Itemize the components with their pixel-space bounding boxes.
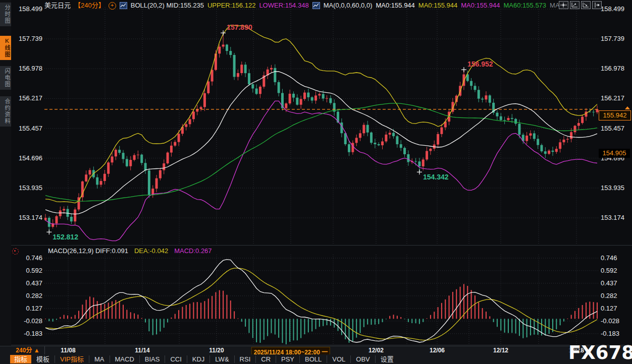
price-annotation-label: 154.342 — [423, 173, 449, 181]
main-y-label-left: 157.739 — [13, 35, 42, 42]
toolbar-item[interactable]: VOL — [327, 355, 351, 363]
candles — [44, 33, 599, 232]
macd-y-label-left: 0.437 — [13, 279, 42, 287]
current-price-box: 155.942 — [599, 110, 631, 120]
legend-text: 美元日元 — [44, 2, 71, 10]
chart-header-legend: 美元日元【240分】+BOLL(20,2) MID:155.235UPPER:1… — [44, 2, 565, 10]
price-annotation-label: 152.812 — [52, 233, 78, 241]
price-annotation-label: 157.890 — [227, 23, 252, 31]
main-y-label-left: 155.457 — [13, 125, 42, 132]
mini-chart-icon[interactable] — [312, 2, 320, 9]
x-tick: 11/14 — [135, 347, 149, 354]
macd-y-label-right: 0.437 — [601, 279, 630, 287]
mini-chart-icon[interactable] — [120, 2, 127, 9]
price-chart-canvas[interactable]: 157.890156.952154.342152.812 — [0, 0, 632, 364]
legend-text: MA0:155.944 — [461, 2, 500, 10]
toolbar-item[interactable]: CR — [256, 355, 276, 363]
chart-tools — [559, 1, 602, 9]
main-y-label-left: 156.217 — [13, 94, 42, 102]
toolbar-item[interactable]: LW& — [210, 355, 234, 363]
pane-divider-bottom — [11, 345, 632, 345]
main-y-label-left: 156.978 — [13, 65, 42, 72]
main-y-label-right: 153.935 — [601, 184, 630, 192]
toolbar-item[interactable]: BIAS — [140, 355, 166, 363]
watermark: FX678 — [568, 342, 632, 363]
pan-right-icon[interactable] — [592, 1, 602, 9]
legend-text: MACD:0.267 — [174, 247, 212, 255]
main-y-label-left: 154.696 — [13, 154, 42, 162]
macd-y-label-left: 0.746 — [13, 254, 42, 262]
macd-plot — [45, 260, 598, 344]
main-y-label-right: 153.174 — [601, 214, 630, 221]
macd-y-label-right: 0.282 — [601, 292, 630, 299]
macd-y-label-right: -0.028 — [601, 317, 630, 325]
macd-y-label-right: 0.592 — [601, 267, 630, 274]
left-sidebar: 分时图K线图闪电图合约资料 — [0, 0, 11, 346]
interval-arrow-icon: ▲ — [34, 347, 40, 354]
toolbar-item[interactable]: KDJ — [187, 355, 210, 363]
x-tick: 12/06 — [430, 347, 445, 354]
x-tick: 12/02 — [368, 347, 384, 354]
sidebar-tab-1[interactable]: K线图 — [0, 36, 11, 60]
sidebar-tab-0[interactable]: 分时图 — [0, 3, 11, 26]
toolbar-item[interactable]: 设置 — [376, 355, 399, 363]
main-y-label-right: 156.978 — [601, 65, 630, 72]
main-y-label-right: 156.217 — [601, 94, 630, 102]
boll-ma-lines — [45, 25, 597, 241]
macd-y-label-left: 0.127 — [13, 305, 42, 312]
legend-text: BOLL(20,2) MID:155.235 — [131, 2, 204, 10]
macd-y-label-right: 0.746 — [601, 254, 630, 262]
legend-text: MA(0,0,0,60,0,0) — [324, 2, 373, 10]
main-y-label-right: 157.739 — [601, 35, 630, 42]
toolbar-item[interactable]: 模板 — [31, 355, 55, 363]
legend-text: 【240分】 — [74, 2, 105, 10]
x-axis-row: 240分 ▲ 11/0811/1411/202025/11/24 18:00~2… — [0, 346, 632, 355]
legend-text: LOWER:154.348 — [259, 2, 308, 10]
toolbar-item[interactable]: MA — [89, 355, 110, 363]
macd-y-label-left: 0.592 — [13, 267, 42, 274]
main-y-label-left: 153.174 — [13, 214, 42, 221]
legend-text: MA0:155.944 — [376, 2, 414, 10]
toolbar-item[interactable]: CCI — [165, 355, 187, 363]
main-y-label-right: 158.499 — [601, 5, 630, 13]
price-up-arrow-icon — [625, 106, 630, 109]
toolbar-item[interactable]: VIP指标 — [55, 355, 89, 363]
price-annotation-label: 156.952 — [467, 60, 493, 68]
zoom-axis-out-icon[interactable] — [581, 1, 591, 9]
macd-y-label-left: -0.183 — [13, 330, 42, 337]
toolbar-item[interactable]: OBV — [351, 355, 375, 363]
macd-y-label-left: 0.282 — [13, 292, 42, 299]
indicator-record-icon — [12, 248, 19, 255]
macd-y-label-left: -0.028 — [13, 317, 42, 325]
x-tick: 12/12 — [493, 347, 508, 354]
main-y-label-left: 153.935 — [13, 184, 42, 192]
trading-app-window: 157.890156.952154.342152.812 分时图K线图闪电图合约… — [0, 0, 632, 364]
macd-header-legend: MACD(26,12,9) DIFF:0.091DEA:-0.042MACD:0… — [48, 247, 212, 255]
price-annotations: 157.890156.952154.342152.812 — [46, 23, 493, 241]
toolbar-item[interactable]: RSI — [235, 355, 256, 363]
legend-text: MA0:155.944 — [418, 2, 457, 10]
sidebar-tab-2[interactable]: 闪电图 — [0, 66, 11, 90]
interval-selector[interactable]: 240分 ▲ — [11, 346, 45, 354]
x-tick: 11/08 — [61, 347, 75, 354]
legend-text: UPPER:156.122 — [207, 2, 255, 10]
crosshair-icon[interactable] — [559, 1, 568, 9]
macd-y-label-right: 0.127 — [601, 305, 630, 312]
toolbar-item[interactable]: BOLL — [300, 355, 327, 363]
toolbar-item[interactable]: 指标 — [10, 355, 31, 363]
legend-text: MACD(26,12,9) DIFF:0.091 — [48, 247, 128, 255]
macd-y-label-right: -0.183 — [601, 330, 630, 337]
toolbar-item[interactable]: MACD — [110, 355, 140, 363]
zoom-axis-in-icon[interactable] — [570, 1, 580, 9]
toolbar-item[interactable]: PSY — [276, 355, 300, 363]
plus-circle-icon[interactable]: + — [109, 2, 116, 10]
pane-divider — [11, 245, 632, 246]
legend-text: MA60:155.573 — [504, 2, 547, 10]
indicator-toolbar: 指标模板VIP指标MAMACDBIASCCIKDJLW&RSICRPSYBOLL… — [0, 354, 632, 364]
x-tick: 11/20 — [209, 347, 224, 354]
secondary-price-box: 154.905 — [599, 149, 630, 158]
interval-label: 240分 — [16, 347, 32, 354]
main-y-label-right: 155.457 — [601, 125, 630, 132]
sidebar-tab-3[interactable]: 合约资料 — [0, 96, 11, 127]
main-y-label-left: 158.499 — [13, 5, 42, 13]
